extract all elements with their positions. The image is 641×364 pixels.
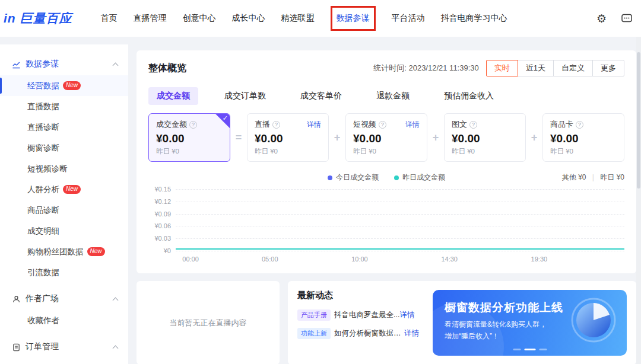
nav-item-live-manage[interactable]: 直播管理 bbox=[134, 13, 167, 24]
legend-today[interactable]: 今日成交金额 bbox=[328, 173, 379, 183]
x-axis: 00:00 05:00 10:00 14:30 19:30 bbox=[176, 253, 624, 266]
card-yesterday: 昨日 ¥0 bbox=[156, 147, 223, 156]
y-tick: ¥0.12 bbox=[154, 198, 171, 205]
sidebar: 数据参谋 经营数据 New 直播数据 直播诊断 橱窗诊断 短视频诊断 人群分析 … bbox=[0, 44, 128, 364]
sidebar-section-author-plaza[interactable]: 作者广场 bbox=[0, 288, 128, 310]
y-tick: ¥0.09 bbox=[154, 210, 171, 218]
item-label: 商品诊断 bbox=[27, 205, 59, 216]
nav-item-home[interactable]: 首页 bbox=[101, 13, 118, 24]
section-label: 数据参谋 bbox=[26, 59, 59, 69]
carousel-dot-active[interactable] bbox=[524, 349, 535, 350]
card-product-card[interactable]: 商品卡 ? ¥0.00 昨日 ¥0 bbox=[542, 113, 624, 162]
card-value: ¥0.00 bbox=[353, 132, 420, 145]
sidebar-section-order-manage[interactable]: 订单管理 bbox=[0, 336, 128, 358]
nav-item-data-advisor[interactable]: 数据参谋 bbox=[331, 6, 376, 31]
sidebar-item-business-data[interactable]: 经营数据 New bbox=[0, 75, 128, 96]
news-item[interactable]: 功能上新 如何分析橱窗数据，... 详情 bbox=[297, 328, 423, 339]
card-title: 图文 bbox=[452, 119, 467, 130]
last-1day-button[interactable]: 近1天 bbox=[518, 60, 554, 76]
settings-gear-icon[interactable]: ⚙ bbox=[596, 13, 607, 24]
tab-refund-amount[interactable]: 退款金额 bbox=[368, 87, 418, 105]
sidebar-item-live-diagnosis[interactable]: 直播诊断 bbox=[0, 117, 128, 138]
card-title: 短视频 bbox=[353, 119, 376, 130]
tab-est-commission[interactable]: 预估佣金收入 bbox=[436, 87, 502, 105]
sidebar-item-live-data[interactable]: 直播数据 bbox=[0, 96, 128, 117]
realtime-button[interactable]: 实时 bbox=[486, 60, 518, 76]
item-label: 直播诊断 bbox=[27, 122, 59, 133]
section-label: 订单管理 bbox=[26, 341, 59, 352]
sidebar-item-traffic-data[interactable]: 引流数据 bbox=[0, 262, 128, 283]
x-tick: 00:00 bbox=[182, 256, 199, 263]
tab-avg-order-value[interactable]: 成交客单价 bbox=[292, 87, 350, 105]
custom-range-button[interactable]: 自定义 bbox=[553, 60, 593, 76]
section-label: 作者广场 bbox=[26, 293, 59, 304]
carousel-dot[interactable] bbox=[513, 349, 521, 350]
card-yesterday: 昨日 ¥0 bbox=[255, 147, 321, 156]
item-label: 直播数据 bbox=[27, 101, 59, 112]
card-value: ¥0.00 bbox=[452, 132, 518, 145]
live-empty-card: 当前暂无正在直播内容 bbox=[137, 281, 280, 364]
detail-link[interactable]: 详情 bbox=[399, 310, 414, 320]
scrollbar-track[interactable] bbox=[636, 37, 641, 364]
card-image-text[interactable]: 图文 ? ¥0.00 昨日 ¥0 bbox=[444, 113, 526, 162]
nav-item-learning-center[interactable]: 抖音电商学习中心 bbox=[441, 13, 507, 24]
tab-gmv[interactable]: 成交金额 bbox=[148, 87, 198, 105]
sidebar-item-fan-club-data[interactable]: 购物粉丝团数据 New bbox=[0, 241, 128, 262]
carousel-dots bbox=[513, 349, 547, 350]
detail-link[interactable]: 详情 bbox=[307, 120, 321, 130]
legend-label: 昨日成交金额 bbox=[402, 173, 445, 183]
detail-link[interactable]: 详情 bbox=[404, 328, 419, 339]
legend-yesterday[interactable]: 昨日成交金额 bbox=[394, 173, 445, 183]
card-title: 成交金额 bbox=[156, 119, 187, 130]
promo-banner[interactable]: 橱窗数据分析功能上线 看清橱窗流量&转化&购买人群， 增加“睡后收入”！ bbox=[433, 290, 627, 356]
card-yesterday: 昨日 ¥0 bbox=[353, 147, 420, 156]
scrollbar-thumb[interactable] bbox=[637, 52, 640, 189]
card-gmv-total[interactable]: ✓ 成交金额 ? ¥0.00 昨日 ¥0 bbox=[148, 113, 230, 162]
plot-area bbox=[176, 189, 624, 251]
nav-item-growth-center[interactable]: 成长中心 bbox=[232, 13, 265, 24]
news-tag: 产品手册 bbox=[297, 309, 331, 321]
sidebar-section-data-advisor[interactable]: 数据参谋 bbox=[0, 53, 128, 75]
news-text: 如何分析橱窗数据，... bbox=[334, 328, 404, 339]
info-icon[interactable]: ? bbox=[189, 121, 197, 129]
info-icon[interactable]: ? bbox=[576, 121, 583, 129]
card-title: 直播 bbox=[255, 119, 270, 130]
overview-panel: 整体概览 统计时间: 2023/12/21 11:39:30 实时 近1天 自定… bbox=[137, 50, 636, 273]
plus-operator: + bbox=[329, 113, 345, 162]
navbar-icons: ⚙ bbox=[596, 12, 633, 24]
news-tag: 功能上新 bbox=[297, 328, 331, 339]
card-live[interactable]: 直播 ? 详情 ¥0.00 昨日 ¥0 bbox=[247, 113, 329, 162]
tab-order-count[interactable]: 成交订单数 bbox=[216, 87, 274, 105]
item-label: 人群分析 bbox=[27, 184, 59, 195]
sidebar-item-product-diagnosis[interactable]: 商品诊断 bbox=[0, 200, 128, 221]
card-short-video[interactable]: 短视频 ? 详情 ¥0.00 昨日 ¥0 bbox=[345, 113, 427, 162]
nav-item-platform-activity[interactable]: 平台活动 bbox=[392, 13, 425, 24]
main-nav: 首页 直播管理 创意中心 成长中心 精选联盟 数据参谋 平台活动 抖音电商学习中… bbox=[101, 6, 507, 31]
y-tick: ¥0.06 bbox=[154, 222, 171, 229]
pie-chart-graphic bbox=[569, 295, 618, 347]
x-tick: 14:30 bbox=[441, 256, 458, 263]
sidebar-item-audience-analysis[interactable]: 人群分析 New bbox=[0, 179, 128, 200]
carousel-dot[interactable] bbox=[539, 349, 547, 350]
item-label: 经营数据 bbox=[27, 81, 59, 91]
sidebar-item-showcase-diagnosis[interactable]: 橱窗诊断 bbox=[0, 138, 128, 158]
app-logo[interactable]: in 巨量百应 bbox=[4, 10, 72, 27]
nav-item-alliance[interactable]: 精选联盟 bbox=[281, 13, 315, 24]
nav-item-creative-center[interactable]: 创意中心 bbox=[183, 13, 216, 24]
detail-link[interactable]: 详情 bbox=[405, 120, 420, 130]
news-item[interactable]: 产品手册 抖音电商罗盘最全... 详情 bbox=[297, 309, 423, 321]
message-bubble-icon[interactable] bbox=[621, 12, 633, 24]
news-card: 最新动态 产品手册 抖音电商罗盘最全... 详情 功能上新 如何分析橱窗数据，.… bbox=[288, 281, 636, 364]
info-icon[interactable]: ? bbox=[379, 121, 386, 129]
y-tick: ¥0.03 bbox=[154, 235, 171, 242]
sidebar-item-video-diagnosis[interactable]: 短视频诊断 bbox=[0, 158, 128, 179]
chevron-up-icon bbox=[113, 62, 119, 68]
trend-chart: ¥0.15 ¥0.12 ¥0.09 ¥0.06 ¥0.03 ¥0 bbox=[148, 189, 624, 251]
info-icon[interactable]: ? bbox=[272, 121, 280, 129]
more-button[interactable]: 更多 bbox=[592, 60, 624, 76]
new-badge: New bbox=[87, 247, 105, 256]
info-icon[interactable]: ? bbox=[469, 121, 477, 129]
sidebar-item-transaction-detail[interactable]: 成交明细 bbox=[0, 221, 128, 241]
sidebar-item-favorite-authors[interactable]: 收藏作者 bbox=[0, 310, 128, 331]
metric-tabs: 成交金额 成交订单数 成交客单价 退款金额 预估佣金收入 bbox=[148, 87, 624, 105]
